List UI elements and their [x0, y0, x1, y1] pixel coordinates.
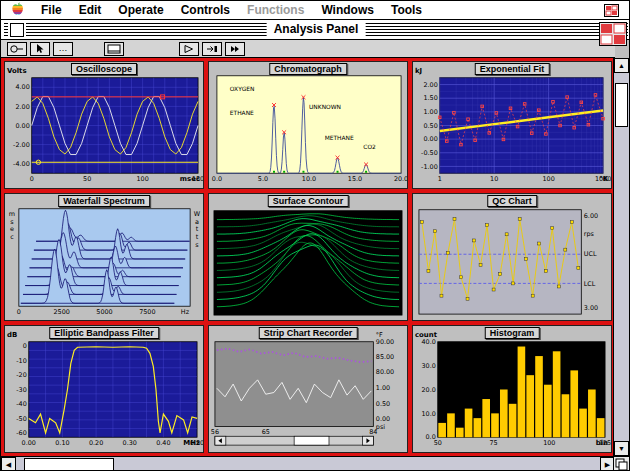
svg-text:MHz: MHz	[183, 439, 200, 447]
panel-oscilloscope: Oscilloscope 0501001504.002.000.00-2.00-…	[4, 61, 204, 189]
svg-text:90.00: 90.00	[376, 338, 394, 346]
strip-chart-recorder-graph[interactable]: 56658490.0085.0080.00°F1.000.500.00psi	[209, 326, 407, 452]
panel-title-histogram: Histogram	[485, 327, 540, 339]
svg-text:-0.50: -0.50	[421, 149, 438, 157]
svg-text:0.00: 0.00	[22, 439, 36, 447]
svg-text:count: count	[415, 331, 438, 339]
svg-text:3.00: 3.00	[584, 304, 598, 312]
svg-text:-40: -40	[16, 400, 26, 408]
elliptic-bandpass-filter-graph: 0.000.100.200.300.400.500-10-20-30-40-50…	[5, 326, 203, 452]
tool-palette-icon[interactable]	[599, 22, 627, 46]
apple-menu[interactable]	[11, 2, 24, 19]
menu-file[interactable]: File	[41, 3, 62, 17]
svg-text:0.00: 0.00	[15, 122, 29, 130]
apple-icon	[11, 2, 24, 16]
svg-text:15.0: 15.0	[348, 175, 362, 183]
svg-text:kJ: kJ	[415, 67, 422, 75]
window-title-bar[interactable]: Analysis Panel	[1, 20, 630, 40]
vertical-scroll-thumb[interactable]	[615, 83, 628, 127]
svg-text:65: 65	[262, 428, 270, 436]
svg-text:-10: -10	[16, 357, 26, 365]
operate-tool-button[interactable]	[7, 42, 27, 56]
svg-text:msec: msec	[180, 175, 200, 183]
panel-qc-chart: QC Chart 6.00rpsUCLLCL3.00	[412, 193, 612, 321]
panel-chromatograph: Chromatograph 0.05.010.015.020.0OXYGENET…	[208, 61, 408, 189]
menu-windows[interactable]: Windows	[321, 3, 374, 17]
svg-text:20.0: 20.0	[421, 386, 435, 394]
step-over-button[interactable]	[225, 42, 245, 56]
double-arrow-icon	[229, 44, 241, 54]
svg-text:4.00: 4.00	[15, 83, 29, 91]
svg-text:t: t	[196, 233, 199, 241]
positioning-tool-button[interactable]	[30, 42, 50, 56]
svg-text:0: 0	[17, 308, 21, 316]
labeling-tool-button[interactable]: …	[53, 42, 73, 56]
svg-text:0.40: 0.40	[156, 439, 170, 447]
svg-text:56: 56	[211, 428, 219, 436]
svg-text:6.00: 6.00	[584, 212, 598, 220]
svg-text:UCL: UCL	[584, 250, 597, 258]
scroll-down-arrow[interactable]: ▼	[614, 441, 629, 456]
scroll-left-arrow[interactable]: ◀	[1, 457, 16, 471]
step-button[interactable]	[202, 42, 222, 56]
svg-text:40.0: 40.0	[421, 338, 435, 346]
grow-box-icon	[614, 457, 629, 471]
horizontal-scroll-track[interactable]	[16, 457, 600, 471]
svg-text:-2.00: -2.00	[13, 141, 30, 149]
labview-app-icon	[604, 4, 619, 17]
svg-text:-60: -60	[16, 429, 26, 437]
menu-edit[interactable]: Edit	[79, 3, 102, 17]
panel-title-strip-chart-recorder: Strip Chart Recorder	[259, 327, 358, 339]
svg-text:°F: °F	[376, 331, 383, 339]
svg-text:UNKNOWN: UNKNOWN	[309, 104, 341, 110]
exponential-fit-graph: 11010010002.001.501.000.500.00-0.50-1.00…	[413, 62, 611, 188]
svg-text:5.0: 5.0	[258, 175, 268, 183]
svg-text:0: 0	[30, 175, 34, 183]
horizontal-scrollbar[interactable]: ◀ ▶	[1, 456, 615, 471]
close-box[interactable]	[10, 23, 24, 37]
svg-text:0.0: 0.0	[426, 433, 436, 441]
svg-text:1.00: 1.00	[376, 384, 390, 392]
svg-text:-50: -50	[16, 415, 26, 423]
svg-text:7500: 7500	[139, 308, 155, 316]
svg-text:50: 50	[83, 175, 91, 183]
menu-bar: File Edit Operate Controls Functions Win…	[1, 1, 629, 20]
svg-text:0.50: 0.50	[423, 122, 437, 130]
chromatograph-graph: 0.05.010.015.020.0OXYGENETHANEUNKNOWNMET…	[209, 62, 407, 188]
menu-controls[interactable]: Controls	[181, 3, 230, 17]
svg-text:20.0: 20.0	[394, 175, 407, 183]
vertical-scroll-track[interactable]	[614, 73, 629, 441]
svg-text:-30: -30	[16, 386, 26, 394]
scroll-up-arrow[interactable]: ▲	[614, 58, 629, 73]
dots-icon: …	[59, 44, 68, 53]
svg-text:2500: 2500	[53, 308, 69, 316]
surface-contour-graph	[209, 194, 407, 320]
horizontal-scroll-thumb[interactable]	[24, 458, 114, 471]
window-grow-box[interactable]	[613, 456, 629, 471]
vertical-scrollbar[interactable]: ▲ ▼	[613, 58, 629, 456]
svg-text:0.10: 0.10	[55, 439, 69, 447]
oscilloscope-graph: 0501001504.002.000.00-2.00-4.00Voltsmsec	[5, 62, 203, 188]
svg-text:0.00: 0.00	[423, 135, 437, 143]
svg-text:0.50: 0.50	[376, 400, 390, 408]
svg-text:0.00: 0.00	[376, 415, 390, 423]
run-button[interactable]	[179, 42, 199, 56]
svg-text:W: W	[194, 210, 201, 218]
svg-text:1.50: 1.50	[423, 94, 437, 102]
svg-text:1.00: 1.00	[423, 108, 437, 116]
svg-text:0.20: 0.20	[89, 439, 103, 447]
application-menu-icon[interactable]	[604, 4, 619, 17]
menu-tools[interactable]: Tools	[391, 3, 422, 17]
svg-text:75: 75	[489, 439, 497, 447]
panel-surface-contour: Surface Contour	[208, 193, 408, 321]
waterfall-spectrum-graph: 0250050007500HzmsecWatts	[5, 194, 203, 320]
menu-operate[interactable]: Operate	[118, 3, 163, 17]
window-title: Analysis Panel	[267, 22, 366, 36]
window-mode-button[interactable]	[104, 42, 124, 56]
svg-text:80.00: 80.00	[376, 368, 394, 376]
svg-text:10: 10	[490, 175, 498, 183]
svg-text:c: c	[10, 233, 14, 241]
svg-text:METHANE: METHANE	[325, 135, 354, 141]
front-panel-area: Oscilloscope 0501001504.002.000.00-2.00-…	[1, 58, 615, 456]
svg-text:psi: psi	[376, 423, 385, 431]
